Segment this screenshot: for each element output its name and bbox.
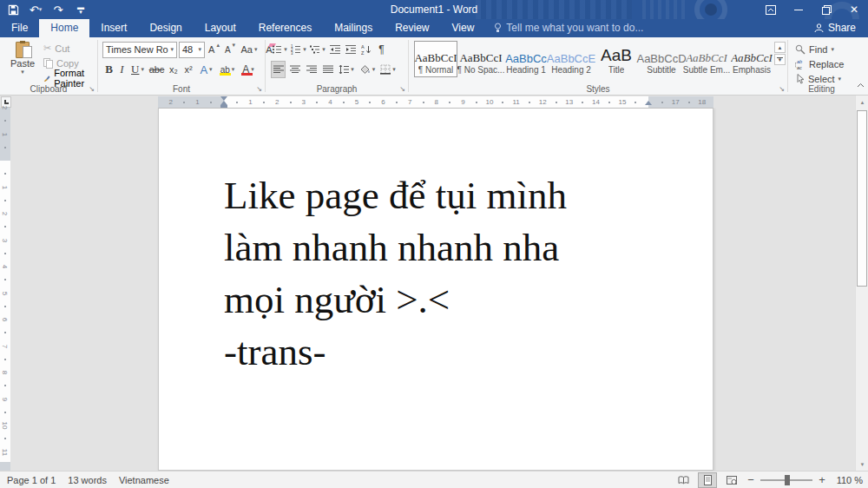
line-spacing-button[interactable]: ▾ <box>337 61 356 78</box>
clipboard-group-label: Clipboard <box>0 84 97 94</box>
zoom-level[interactable]: 110 % <box>832 475 863 485</box>
print-layout-button[interactable] <box>698 472 717 488</box>
tab-view[interactable]: View <box>441 19 486 37</box>
page-indicator[interactable]: Page 1 of 1 <box>7 475 56 485</box>
sort-icon: AZ <box>361 44 372 55</box>
word-count[interactable]: 13 words <box>68 475 107 485</box>
align-left-button[interactable] <box>271 61 286 78</box>
tab-home[interactable]: Home <box>39 19 89 37</box>
tab-insert[interactable]: Insert <box>89 19 138 37</box>
scrollbar-thumb[interactable] <box>857 110 867 287</box>
search-icon <box>795 44 806 55</box>
zoom-out-button[interactable]: − <box>746 473 755 486</box>
zoom-slider[interactable] <box>760 479 812 481</box>
tab-mailings[interactable]: Mailings <box>323 19 384 37</box>
decrease-indent-icon <box>330 44 340 55</box>
document-page[interactable]: Like page để tụi mình làm nhanh nhanh nh… <box>158 108 713 471</box>
dropdown-caret-icon: ▾ <box>232 66 235 73</box>
font-size-combobox[interactable]: 48▾ <box>179 42 205 58</box>
style-card-normal[interactable]: AaBbCcI¶ Normal <box>414 41 457 77</box>
text-line: mọi người >.< <box>224 274 567 326</box>
vertical-scrollbar[interactable]: ▲ ▼ <box>855 96 868 471</box>
increase-indent-button[interactable] <box>344 41 358 58</box>
language-indicator[interactable]: Vietnamese <box>119 475 169 485</box>
increase-indent-icon <box>345 44 356 55</box>
superscript-button[interactable]: x² <box>181 61 195 78</box>
right-indent-marker[interactable] <box>645 101 652 105</box>
underline-button[interactable]: U▾ <box>128 61 147 78</box>
style-card-title[interactable]: AaBTitle <box>595 41 638 77</box>
text-line: -trans- <box>224 326 567 378</box>
tell-me-box[interactable]: Tell me what you want to do... <box>485 18 652 37</box>
sort-button[interactable]: AZ <box>359 41 373 58</box>
tab-review[interactable]: Review <box>384 19 440 37</box>
borders-icon <box>380 64 391 75</box>
style-name: Emphasis <box>733 65 771 75</box>
web-layout-button[interactable] <box>722 472 741 488</box>
paragraph-dialog-launcher[interactable]: ↘ <box>399 86 405 93</box>
tab-layout[interactable]: Layout <box>194 19 247 37</box>
zoom-in-button[interactable]: + <box>818 473 826 486</box>
font-dialog-launcher[interactable]: ↘ <box>256 86 262 93</box>
replace-button[interactable]: abac Replace <box>795 57 844 71</box>
close-button[interactable]: ✕ <box>840 0 868 19</box>
styles-dialog-launcher[interactable]: ↘ <box>779 86 785 93</box>
align-right-button[interactable] <box>304 61 319 78</box>
subscript-button[interactable]: x₂ <box>167 61 181 78</box>
find-button[interactable]: Find ▾ <box>795 43 834 56</box>
read-mode-button[interactable] <box>674 472 693 488</box>
text-effects-button[interactable]: A▾ <box>196 61 216 78</box>
font-color-button[interactable]: A▾ <box>239 61 258 78</box>
style-card-emphasis[interactable]: AaBbCcIEmphasis <box>730 41 773 77</box>
tab-design[interactable]: Design <box>138 19 193 37</box>
paste-button[interactable]: Paste ▾ <box>5 40 40 90</box>
clipboard-dialog-launcher[interactable]: ↘ <box>89 86 95 93</box>
multilevel-list-button[interactable]: ▾ <box>309 41 326 58</box>
styles-gallery-more-button[interactable]: ▼ <box>774 54 786 65</box>
style-card-heading2[interactable]: AaBbCcEHeading 2 <box>549 41 593 77</box>
numbering-button[interactable]: 123▾ <box>290 41 307 58</box>
tab-references[interactable]: References <box>247 19 323 37</box>
style-card-subtle-emphasis[interactable]: AaBbCcISubtle Em... <box>685 41 728 77</box>
zoom-slider-thumb[interactable] <box>785 475 790 485</box>
restore-button[interactable] <box>812 0 840 19</box>
paste-icon <box>16 42 30 58</box>
font-name-combobox[interactable]: Times New Ro▾ <box>102 42 177 58</box>
bullets-button[interactable]: ▾ <box>271 41 288 58</box>
bold-button[interactable]: B <box>102 61 115 78</box>
grow-font-button[interactable]: A▴ <box>207 41 221 58</box>
style-card-no-spacing[interactable]: AaBbCcI¶ No Spac... <box>459 41 503 77</box>
shrink-font-button[interactable]: A▾ <box>223 41 237 58</box>
italic-button[interactable]: I <box>116 61 128 78</box>
font-group: Times New Ro▾ 48▾ A▴ A▾ Aa▾ A B I U▾ abc… <box>98 37 265 95</box>
chevron-up-icon <box>857 82 865 88</box>
cut-button[interactable]: ✂ Cut <box>43 41 69 56</box>
status-bar: Page 1 of 1 13 words Vietnamese − + 110 … <box>0 471 868 488</box>
dropdown-caret-icon: ▾ <box>254 46 258 53</box>
decrease-indent-button[interactable] <box>328 41 342 58</box>
strikethrough-button[interactable]: abc <box>148 61 166 78</box>
shading-button[interactable]: ▾ <box>358 61 377 78</box>
align-center-button[interactable] <box>287 61 302 78</box>
numbering-icon: 123 <box>291 44 301 55</box>
share-button[interactable]: Share <box>809 20 861 36</box>
style-card-subtitle[interactable]: AaBbCcDSubtitle <box>640 41 683 77</box>
show-hide-pilcrow-button[interactable]: ¶ <box>375 41 388 58</box>
change-case-button[interactable]: Aa▾ <box>239 41 260 58</box>
ribbon-display-options-button[interactable] <box>757 0 785 19</box>
style-name: Heading 2 <box>551 65 591 75</box>
minimize-button[interactable] <box>785 0 812 19</box>
scroll-down-button[interactable]: ▼ <box>856 458 868 471</box>
borders-button[interactable]: ▾ <box>378 61 398 78</box>
format-painter-button[interactable]: Format Painter <box>43 70 97 85</box>
collapse-ribbon-button[interactable] <box>857 76 865 91</box>
scroll-up-button[interactable]: ▲ <box>856 96 868 109</box>
tab-file[interactable]: File <box>0 19 39 37</box>
justify-button[interactable] <box>320 61 335 78</box>
share-person-icon <box>814 23 824 33</box>
title-bar: ↶▾ ↷ ▬▾ Document1 - Word ✕ <box>0 0 868 19</box>
style-card-heading1[interactable]: AaBbCcHeading 1 <box>504 41 548 77</box>
text-highlight-button[interactable]: ab▾ <box>217 61 238 78</box>
styles-scroll-up-button[interactable]: ▲ <box>774 42 786 53</box>
svg-text:ab: ab <box>797 59 802 64</box>
